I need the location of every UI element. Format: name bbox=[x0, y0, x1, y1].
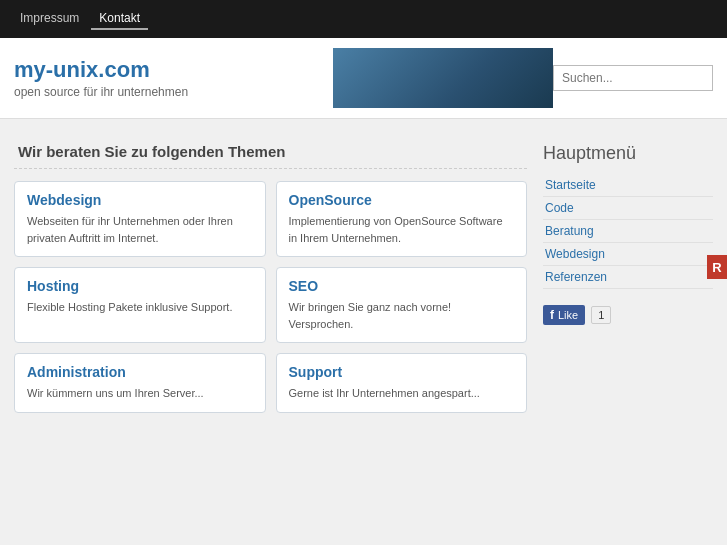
fb-like-box: f Like 1 bbox=[543, 305, 713, 325]
card-opensource[interactable]: OpenSource Implementierung von OpenSourc… bbox=[276, 181, 528, 257]
cards-grid: Webdesign Webseiten für ihr Unternehmen … bbox=[14, 181, 527, 413]
card-administration-title: Administration bbox=[27, 364, 253, 380]
search-area bbox=[553, 65, 713, 91]
card-webdesign-desc: Webseiten für ihr Unternehmen oder Ihren… bbox=[27, 213, 253, 246]
main-wrapper: Wir beraten Sie zu folgenden Themen Webd… bbox=[0, 119, 727, 423]
fb-icon: f bbox=[550, 308, 554, 322]
sidebar-item-beratung[interactable]: Beratung bbox=[543, 220, 713, 243]
r-button[interactable]: R bbox=[707, 255, 727, 279]
sidebar-item-referenzen[interactable]: Referenzen bbox=[543, 266, 713, 289]
search-input[interactable] bbox=[553, 65, 713, 91]
card-support-desc: Gerne ist Ihr Unternehmen angespart... bbox=[289, 385, 515, 402]
card-hosting-desc: Flexible Hosting Pakete inklusive Suppor… bbox=[27, 299, 253, 316]
section-title: Wir beraten Sie zu folgenden Themen bbox=[14, 129, 527, 169]
card-support[interactable]: Support Gerne ist Ihr Unternehmen angesp… bbox=[276, 353, 528, 413]
header-banner bbox=[333, 48, 553, 108]
card-seo-desc: Wir bringen Sie ganz nach vorne! Verspro… bbox=[289, 299, 515, 332]
card-administration-desc: Wir kümmern uns um Ihren Server... bbox=[27, 385, 253, 402]
topnav-kontakt[interactable]: Kontakt bbox=[91, 8, 148, 30]
card-seo[interactable]: SEO Wir bringen Sie ganz nach vorne! Ver… bbox=[276, 267, 528, 343]
site-subtitle: open source für ihr unternehmen bbox=[14, 85, 323, 99]
card-administration[interactable]: Administration Wir kümmern uns um Ihren … bbox=[14, 353, 266, 413]
card-hosting-title: Hosting bbox=[27, 278, 253, 294]
sidebar-item-code[interactable]: Code bbox=[543, 197, 713, 220]
logo-area: my-unix.com open source für ihr unterneh… bbox=[14, 57, 323, 99]
fb-like-label: Like bbox=[558, 309, 578, 321]
card-seo-title: SEO bbox=[289, 278, 515, 294]
sidebar-menu-title: Hauptmenü bbox=[543, 143, 713, 164]
card-support-title: Support bbox=[289, 364, 515, 380]
sidebar-item-startseite[interactable]: Startseite bbox=[543, 174, 713, 197]
content: Wir beraten Sie zu folgenden Themen Webd… bbox=[14, 129, 527, 413]
topnav-impressum[interactable]: Impressum bbox=[12, 8, 87, 30]
card-webdesign-title: Webdesign bbox=[27, 192, 253, 208]
sidebar: Hauptmenü Startseite Code Beratung Webde… bbox=[543, 129, 713, 413]
site-title: my-unix.com bbox=[14, 57, 323, 83]
card-opensource-title: OpenSource bbox=[289, 192, 515, 208]
fb-like-count: 1 bbox=[591, 306, 611, 324]
card-opensource-desc: Implementierung von OpenSource Software … bbox=[289, 213, 515, 246]
card-webdesign[interactable]: Webdesign Webseiten für ihr Unternehmen … bbox=[14, 181, 266, 257]
sidebar-item-webdesign[interactable]: Webdesign bbox=[543, 243, 713, 266]
card-hosting[interactable]: Hosting Flexible Hosting Pakete inklusiv… bbox=[14, 267, 266, 343]
topnav: Impressum Kontakt bbox=[0, 0, 727, 38]
header: my-unix.com open source für ihr unterneh… bbox=[0, 38, 727, 119]
fb-like-button[interactable]: f Like bbox=[543, 305, 585, 325]
